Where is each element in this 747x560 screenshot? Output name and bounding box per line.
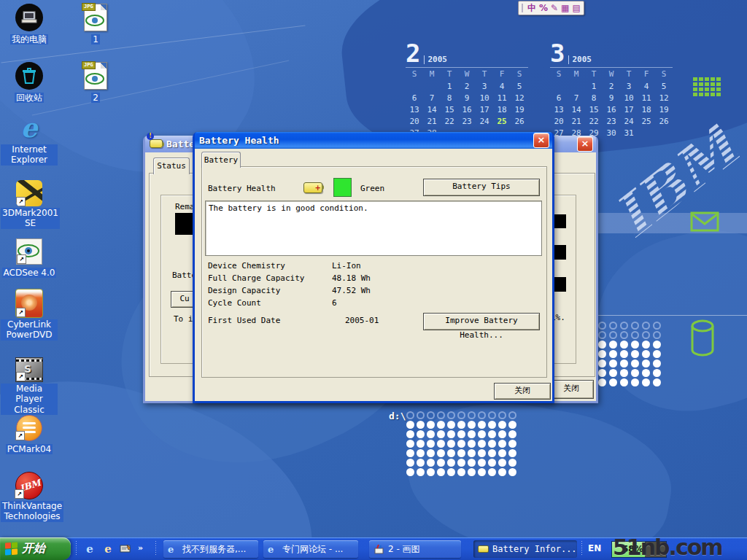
desktop-icon-internet-explorer[interactable]: e Internet Explorer bbox=[1, 114, 58, 166]
pen-icon[interactable]: ✎ bbox=[551, 2, 558, 14]
weekday-header: T bbox=[441, 68, 458, 81]
wallpaper-dot bbox=[498, 459, 506, 467]
browser-quicklaunch-icon[interactable]: e bbox=[101, 542, 115, 556]
wallpaper-dot bbox=[457, 411, 465, 419]
quicklaunch-chevron[interactable]: » bbox=[138, 543, 143, 553]
calendar-day bbox=[406, 80, 423, 92]
dot-pattern-right bbox=[598, 322, 664, 388]
drag-handle-icon[interactable] bbox=[522, 4, 525, 12]
wallpaper-dot bbox=[508, 468, 516, 476]
wallpaper-dot bbox=[468, 430, 476, 438]
pcmark-icon: ↗ bbox=[16, 415, 42, 441]
taskbar-item-server-not-found[interactable]: e 找不到服务器,... bbox=[163, 540, 258, 558]
desktop-icon-my-computer[interactable]: 我的电脑 bbox=[1, 2, 58, 45]
wallpaper-dot bbox=[427, 459, 435, 467]
ie-quicklaunch-icon[interactable]: e bbox=[82, 542, 97, 556]
wallpaper-dot bbox=[406, 440, 414, 448]
cylinder-icon bbox=[689, 319, 718, 357]
wallpaper-dot bbox=[508, 430, 516, 438]
dot-pattern-bottom bbox=[406, 411, 519, 478]
desktop-icon-powerdvd[interactable]: ↗ CyberLink PowerDVD bbox=[1, 289, 58, 341]
desktop-icon-mpc[interactable]: S ↗ Media Player Classic bbox=[1, 353, 58, 416]
start-button[interactable]: 开始 bbox=[0, 537, 71, 560]
battery-health-label: Battery Health bbox=[208, 184, 276, 193]
info-value: 47.52 Wh bbox=[332, 286, 529, 295]
wallpaper-dot bbox=[478, 468, 486, 476]
desktop-icon-acdsee[interactable]: ↗ ACDSee 4.0 bbox=[1, 236, 58, 279]
calendar-day bbox=[655, 127, 673, 139]
battery-tips-button[interactable]: Battery Tips bbox=[423, 179, 540, 196]
desktop-icon-pcmark04[interactable]: ↗ PCMark04 bbox=[1, 412, 58, 455]
wallpaper-dot bbox=[417, 440, 425, 448]
battery-health-dialog: Battery Health × Battery Battery Health … bbox=[193, 132, 554, 403]
wallpaper-dot bbox=[406, 459, 414, 467]
calendar-day: 9 bbox=[603, 92, 620, 104]
wallpaper-dot bbox=[406, 421, 414, 429]
calendar-day: 2 bbox=[603, 80, 620, 92]
calendar-february: 22005 SMTWTFS123456789101112131415161718… bbox=[406, 39, 528, 139]
desktop-icon-jpg-1[interactable]: JPG 1 bbox=[67, 2, 124, 45]
icon-label: 3DMark2001 SE bbox=[1, 208, 60, 229]
calendar-day bbox=[550, 80, 568, 92]
close-icon[interactable]: × bbox=[533, 133, 549, 148]
calendar-day: 25 bbox=[493, 115, 511, 127]
wallpaper-dot bbox=[620, 341, 628, 349]
menu-icon[interactable]: ▤ bbox=[572, 2, 580, 14]
ime-chinese-icon[interactable]: 中 bbox=[527, 2, 536, 14]
language-bar[interactable]: 中 % ✎ ▦ ▤ bbox=[518, 1, 584, 15]
jpg-tag: JPG bbox=[82, 61, 96, 69]
wallpaper-dot bbox=[498, 468, 506, 476]
language-indicator[interactable]: EN bbox=[588, 543, 601, 553]
calendar-day: 10 bbox=[476, 92, 493, 104]
punctuation-icon[interactable]: % bbox=[539, 2, 548, 14]
calendar-day: 20 bbox=[550, 115, 568, 127]
wallpaper-dot bbox=[620, 350, 628, 358]
weekday-header: W bbox=[603, 68, 620, 81]
taskbar-item-forum[interactable]: e 专门网论坛 - ... bbox=[263, 540, 358, 558]
grid-icon bbox=[693, 77, 722, 98]
close-icon[interactable]: × bbox=[577, 136, 593, 152]
icon-label: ACDSee 4.0 bbox=[2, 268, 57, 278]
calendar-day: 8 bbox=[585, 92, 603, 104]
tab-status[interactable]: Status bbox=[153, 158, 190, 174]
calendar-day: 8 bbox=[441, 92, 458, 104]
taskbar-item-battery-information[interactable]: Battery Infor... bbox=[473, 540, 577, 558]
weekday-header: T bbox=[620, 68, 638, 81]
taskbar-item-paint[interactable]: 2 - 画图 bbox=[369, 540, 461, 558]
calendar-day: 24 bbox=[620, 115, 638, 127]
calendar-day: 17 bbox=[620, 104, 638, 115]
calendar-day: 18 bbox=[493, 104, 511, 115]
calendar-day: 18 bbox=[638, 104, 655, 115]
wallpaper-dot bbox=[508, 411, 516, 419]
wallpaper-dot bbox=[488, 440, 496, 448]
desktop-icon-recycle-bin[interactable]: 回收站 bbox=[1, 61, 58, 104]
improve-battery-health-button[interactable]: Improve Battery Health... bbox=[423, 313, 540, 330]
calendar-day: 2 bbox=[458, 80, 476, 92]
desktop-icon-thinkvantage[interactable]: IBM ↗ ThinkVantage Technologies bbox=[1, 470, 58, 522]
wallpaper-dot bbox=[631, 331, 639, 339]
ie-icon: e bbox=[268, 545, 279, 554]
wallpaper-dot bbox=[598, 341, 606, 349]
keyboard-icon[interactable]: ▦ bbox=[561, 2, 569, 14]
weekday-header: T bbox=[585, 68, 603, 81]
icon-label: Internet Explorer bbox=[1, 144, 58, 166]
close-button[interactable]: 关闭 bbox=[549, 380, 594, 399]
desktop: IBM 22005 SMTWTFS12345678910111213141516… bbox=[0, 0, 747, 560]
close-button[interactable]: 关闭 bbox=[494, 383, 551, 400]
page-fold bbox=[101, 63, 107, 69]
calendar-day bbox=[638, 127, 655, 139]
dialog-title: Battery Health bbox=[199, 135, 533, 146]
desktop-icon-3dmark2001[interactable]: ↗ 3DMark2001 SE bbox=[1, 177, 58, 229]
start-label: 开始 bbox=[22, 541, 45, 556]
wallpaper-dot bbox=[609, 350, 617, 358]
tab-battery[interactable]: Battery bbox=[201, 152, 241, 168]
wallpaper-dot bbox=[437, 468, 445, 476]
desktop-icon-jpg-2[interactable]: JPG 2 bbox=[67, 61, 124, 104]
wallpaper-dot bbox=[642, 378, 650, 386]
show-desktop-icon[interactable] bbox=[118, 542, 133, 556]
dialog-titlebar[interactable]: Battery Health × bbox=[195, 132, 552, 149]
info-label: Device Chemistry bbox=[208, 261, 332, 271]
wallpaper-dot bbox=[478, 440, 486, 448]
wallpaper-dot bbox=[437, 459, 445, 467]
windows-logo-icon bbox=[5, 542, 18, 555]
